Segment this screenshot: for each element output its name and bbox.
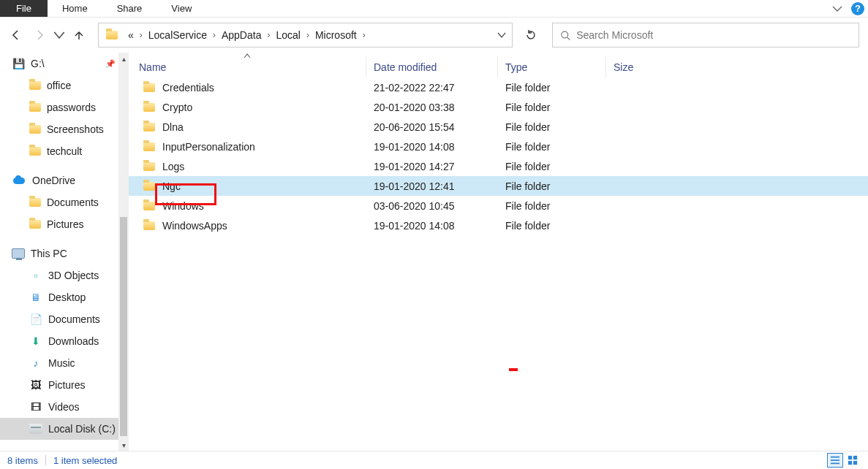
- tree-item[interactable]: ⬇Downloads: [0, 330, 129, 352]
- tree-item[interactable]: office: [0, 75, 129, 96]
- breadcrumb-overflow[interactable]: «: [124, 29, 138, 41]
- tree-item[interactable]: ▫3D Objects: [0, 264, 129, 286]
- svg-point-0: [562, 31, 568, 38]
- pc-icon: [12, 248, 25, 259]
- tree-label: 3D Objects: [48, 270, 99, 281]
- folder-icon: [143, 221, 155, 230]
- disk-icon: [29, 424, 42, 434]
- forward-button[interactable]: [29, 25, 50, 45]
- file-row[interactable]: Windows03-06-2020 10:45File folder: [129, 196, 868, 216]
- chevron-right-icon[interactable]: ›: [361, 30, 367, 40]
- tree-label: This PC: [31, 248, 67, 259]
- file-row[interactable]: InputPersonalization19-01-2020 14:08File…: [129, 137, 868, 156]
- search-icon: [560, 30, 570, 41]
- file-row[interactable]: Logs19-01-2020 14:27File folder: [129, 156, 868, 176]
- chevron-right-icon[interactable]: ›: [138, 30, 144, 40]
- navigation-bar: « › LocalService › AppData › Local › Mic…: [0, 18, 868, 53]
- tree-item[interactable]: passwords: [0, 96, 129, 118]
- view-icons-button[interactable]: [845, 453, 861, 468]
- file-row[interactable]: Crypto20-01-2020 03:38File folder: [129, 97, 868, 117]
- tree-item[interactable]: 🖥Desktop: [0, 286, 129, 308]
- ribbon: File Home Share View ?: [0, 0, 868, 18]
- column-header-date[interactable]: Date modified: [366, 56, 498, 78]
- breadcrumb-item[interactable]: Local: [271, 29, 304, 41]
- svg-rect-1: [831, 457, 839, 458]
- breadcrumb-item[interactable]: LocalService: [144, 29, 211, 41]
- tree-item-drive[interactable]: 💾 G:\ 📌: [0, 53, 129, 75]
- column-header-size[interactable]: Size: [606, 56, 679, 78]
- folder-icon: [29, 103, 41, 112]
- downloads-icon: ⬇: [29, 335, 42, 348]
- file-name: Windows: [162, 200, 204, 212]
- file-date: 19-01-2020 14:27: [366, 161, 498, 172]
- recent-dropdown-icon[interactable]: [53, 25, 66, 45]
- tree-item-localdisk[interactable]: Local Disk (C:): [0, 418, 129, 440]
- svg-rect-4: [848, 456, 852, 460]
- file-row[interactable]: Ngc19-01-2020 12:41File folder: [129, 176, 868, 196]
- onedrive-icon: [12, 175, 26, 186]
- file-type: File folder: [498, 161, 606, 172]
- chevron-right-icon[interactable]: ›: [305, 30, 311, 40]
- tree-scrollbar[interactable]: ▴ ▾: [118, 53, 129, 451]
- folder-icon: [143, 202, 155, 210]
- file-name: WindowsApps: [162, 220, 227, 232]
- breadcrumb-item[interactable]: AppData: [217, 29, 265, 41]
- tree-label: Music: [48, 357, 75, 369]
- chevron-right-icon[interactable]: ›: [211, 30, 217, 40]
- tree-item[interactable]: techcult: [0, 140, 129, 162]
- tree-label: G:\: [31, 58, 45, 69]
- file-type: File folder: [498, 82, 606, 94]
- tree-item[interactable]: Screenshots: [0, 118, 129, 140]
- ribbon-collapse-icon[interactable]: [827, 0, 848, 17]
- tab-share[interactable]: Share: [102, 0, 157, 17]
- view-details-button[interactable]: [827, 453, 843, 468]
- tree-item[interactable]: 🎞Videos: [0, 396, 129, 418]
- scroll-down-icon[interactable]: ▾: [118, 439, 129, 451]
- folder-icon: [29, 220, 41, 229]
- tree-label: passwords: [47, 102, 96, 113]
- file-name: Credentials: [162, 82, 214, 94]
- file-list: Name Date modified Type Size Credentials…: [129, 53, 868, 451]
- up-button[interactable]: [69, 25, 89, 45]
- tree-item[interactable]: Pictures: [0, 213, 129, 235]
- svg-rect-5: [853, 456, 857, 460]
- file-row[interactable]: WindowsApps19-01-2020 14:08File folder: [129, 216, 868, 235]
- scroll-up-icon[interactable]: ▴: [118, 53, 129, 64]
- file-type: File folder: [498, 200, 606, 212]
- address-dropdown-icon[interactable]: [491, 31, 512, 39]
- tab-home[interactable]: Home: [48, 0, 102, 17]
- drive-icon: 💾: [12, 57, 25, 70]
- search-input[interactable]: [576, 29, 851, 41]
- scroll-thumb[interactable]: [120, 217, 127, 436]
- file-name: Dlna: [162, 121, 184, 133]
- address-bar[interactable]: « › LocalService › AppData › Local › Mic…: [98, 23, 513, 47]
- tree-item-onedrive[interactable]: OneDrive: [0, 169, 129, 191]
- file-name: InputPersonalization: [162, 141, 255, 153]
- search-box[interactable]: [552, 23, 859, 47]
- column-header-type[interactable]: Type: [498, 56, 606, 78]
- tree-label: Documents: [48, 313, 100, 325]
- file-row[interactable]: Dlna20-06-2020 15:54File folder: [129, 117, 868, 137]
- help-button[interactable]: ?: [848, 0, 868, 17]
- sort-asc-icon: [244, 50, 251, 62]
- tree-item-thispc[interactable]: This PC: [0, 243, 129, 264]
- tree-item[interactable]: ♪Music: [0, 352, 129, 374]
- tree-item[interactable]: Documents: [0, 191, 129, 213]
- help-icon: ?: [851, 2, 864, 15]
- tree-item[interactable]: 🖼Pictures: [0, 374, 129, 396]
- breadcrumb-item[interactable]: Microsoft: [311, 29, 361, 41]
- folder-icon: [29, 125, 41, 134]
- tree-item[interactable]: 📄Documents: [0, 308, 129, 330]
- back-button[interactable]: [6, 25, 26, 45]
- column-header-name[interactable]: Name: [129, 56, 366, 78]
- tab-view[interactable]: View: [156, 0, 206, 17]
- tab-file[interactable]: File: [0, 0, 48, 17]
- refresh-button[interactable]: [518, 23, 543, 47]
- folder-icon: [143, 83, 155, 92]
- main: 💾 G:\ 📌 office passwords Screenshots tec…: [0, 53, 868, 451]
- chevron-right-icon[interactable]: ›: [265, 30, 271, 40]
- file-row[interactable]: Credentials21-02-2022 22:47File folder: [129, 77, 868, 97]
- svg-rect-6: [848, 461, 852, 465]
- breadcrumb: « › LocalService › AppData › Local › Mic…: [121, 29, 367, 41]
- column-headers: Name Date modified Type Size: [129, 53, 868, 77]
